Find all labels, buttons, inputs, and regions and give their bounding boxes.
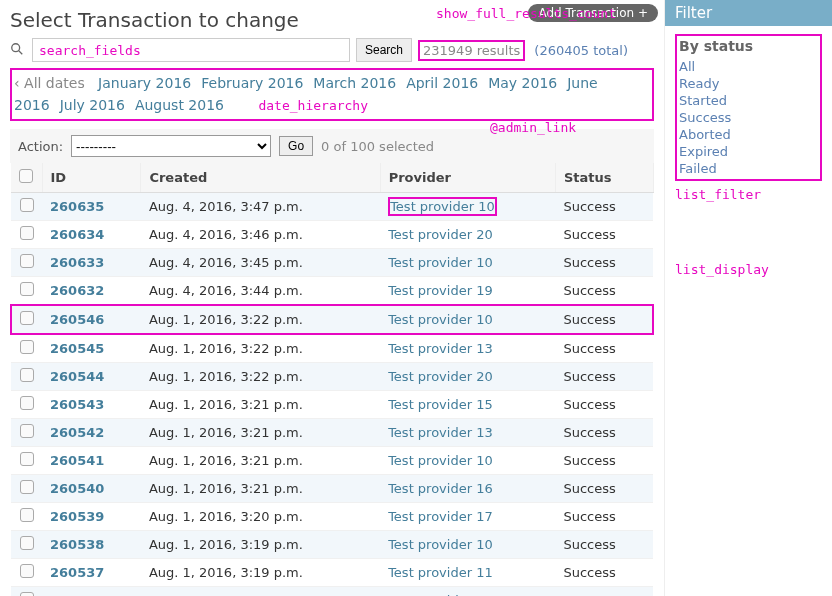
row-checkbox[interactable]	[20, 311, 34, 325]
filter-option[interactable]: Aborted	[679, 126, 818, 143]
row-provider-link[interactable]: Test provider 13	[388, 425, 493, 440]
date-back[interactable]: ‹ All dates	[14, 75, 85, 91]
row-status: Success	[555, 334, 653, 363]
table-row: 260536Aug. 1, 2016, 3:19 p.m.Test provid…	[11, 587, 653, 596]
row-provider-link[interactable]: Test provider 10	[388, 453, 493, 468]
row-provider-link[interactable]: Test provider 19	[388, 283, 493, 298]
row-created: Aug. 1, 2016, 3:21 p.m.	[141, 447, 380, 475]
row-id-link[interactable]: 260632	[50, 283, 104, 298]
row-provider-link[interactable]: Test provider 13	[388, 341, 493, 356]
results-total: (260405 total)	[531, 42, 631, 59]
row-created: Aug. 1, 2016, 3:19 p.m.	[141, 559, 380, 587]
row-id-link[interactable]: 260538	[50, 537, 104, 552]
row-id-link[interactable]: 260543	[50, 397, 104, 412]
date-month-link[interactable]: August 2016	[135, 97, 224, 113]
filter-option[interactable]: Failed	[679, 160, 818, 177]
row-checkbox[interactable]	[20, 282, 34, 296]
row-provider-link[interactable]: Test provider 17	[388, 509, 493, 524]
row-created: Aug. 4, 2016, 3:47 p.m.	[141, 193, 380, 221]
row-id-link[interactable]: 260633	[50, 255, 104, 270]
results-number: 231949 results	[423, 43, 520, 58]
row-id-link[interactable]: 260546	[50, 312, 104, 327]
filter-option[interactable]: Expired	[679, 143, 818, 160]
col-provider[interactable]: Provider	[380, 163, 555, 193]
row-created: Aug. 1, 2016, 3:22 p.m.	[141, 334, 380, 363]
date-month-link[interactable]: January 2016	[98, 75, 191, 91]
filter-option[interactable]: Ready	[679, 75, 818, 92]
row-id-link[interactable]: 260541	[50, 453, 104, 468]
row-checkbox[interactable]	[20, 508, 34, 522]
row-provider-link[interactable]: Test provider 20	[388, 227, 493, 242]
row-status: Success	[555, 531, 653, 559]
filter-option[interactable]: Success	[679, 109, 818, 126]
annotation-list-filter: list_filter	[675, 187, 822, 202]
row-id-link[interactable]: 260635	[50, 199, 104, 214]
row-created: Aug. 4, 2016, 3:46 p.m.	[141, 221, 380, 249]
col-created[interactable]: Created	[141, 163, 380, 193]
date-month-link[interactable]: February 2016	[201, 75, 303, 91]
filter-group-title: By status	[679, 38, 818, 54]
select-all-checkbox[interactable]	[19, 169, 33, 183]
table-row: 260542Aug. 1, 2016, 3:21 p.m.Test provid…	[11, 419, 653, 447]
date-month-link[interactable]: March 2016	[313, 75, 396, 91]
row-provider-link[interactable]: Test provider 10	[388, 197, 497, 216]
row-created: Aug. 1, 2016, 3:22 p.m.	[141, 305, 380, 334]
col-id[interactable]: ID	[42, 163, 141, 193]
results-total-number[interactable]: (260405 total)	[534, 43, 628, 58]
row-checkbox[interactable]	[20, 536, 34, 550]
row-provider-link[interactable]: Test provider 10	[388, 255, 493, 270]
row-status: Success	[555, 221, 653, 249]
search-icon	[10, 42, 26, 59]
row-id-link[interactable]: 260542	[50, 425, 104, 440]
row-id-link[interactable]: 260544	[50, 369, 104, 384]
table-row: 260546Aug. 1, 2016, 3:22 p.m.Test provid…	[11, 305, 653, 334]
row-provider-link[interactable]: Test provider 16	[388, 481, 493, 496]
row-id-link[interactable]: 260539	[50, 509, 104, 524]
row-created: Aug. 1, 2016, 3:21 p.m.	[141, 419, 380, 447]
row-id-link[interactable]: 260537	[50, 565, 104, 580]
row-checkbox[interactable]	[20, 424, 34, 438]
date-month-link[interactable]: July 2016	[60, 97, 125, 113]
row-status: Success	[555, 475, 653, 503]
row-provider-link[interactable]: Test provider 20	[388, 369, 493, 384]
table-row: 260539Aug. 1, 2016, 3:20 p.m.Test provid…	[11, 503, 653, 531]
row-status: Success	[555, 305, 653, 334]
table-row: 260543Aug. 1, 2016, 3:21 p.m.Test provid…	[11, 391, 653, 419]
date-month-link[interactable]: May 2016	[488, 75, 557, 91]
table-row: 260540Aug. 1, 2016, 3:21 p.m.Test provid…	[11, 475, 653, 503]
table-row: 260632Aug. 4, 2016, 3:44 p.m.Test provid…	[11, 277, 653, 306]
row-id-link[interactable]: 260634	[50, 227, 104, 242]
row-status: Success	[555, 559, 653, 587]
row-id-link[interactable]: 260540	[50, 481, 104, 496]
row-checkbox[interactable]	[20, 564, 34, 578]
row-checkbox[interactable]	[20, 198, 34, 212]
row-checkbox[interactable]	[20, 592, 34, 596]
row-checkbox[interactable]	[20, 452, 34, 466]
row-provider-link[interactable]: Test provider 10	[388, 312, 493, 327]
row-checkbox[interactable]	[20, 480, 34, 494]
row-provider-link[interactable]: Test provider 15	[388, 397, 493, 412]
row-checkbox[interactable]	[20, 226, 34, 240]
row-checkbox[interactable]	[20, 368, 34, 382]
table-row: 260634Aug. 4, 2016, 3:46 p.m.Test provid…	[11, 221, 653, 249]
row-status: Success	[555, 249, 653, 277]
actions-select[interactable]: ---------	[71, 135, 271, 157]
date-month-link[interactable]: April 2016	[406, 75, 478, 91]
search-button[interactable]	[356, 38, 412, 62]
row-provider-link[interactable]: Test provider 11	[388, 565, 493, 580]
results-count: 231949 results	[418, 40, 525, 61]
filter-option[interactable]: All	[679, 58, 818, 75]
row-id-link[interactable]: 260545	[50, 341, 104, 356]
row-provider-link[interactable]: Test provider 10	[388, 537, 493, 552]
row-checkbox[interactable]	[20, 254, 34, 268]
annotation-list-display: list_display	[675, 262, 822, 277]
row-status: Success	[555, 391, 653, 419]
row-status: Success	[555, 193, 653, 221]
row-checkbox[interactable]	[20, 396, 34, 410]
search-input[interactable]	[32, 38, 350, 62]
col-status[interactable]: Status	[555, 163, 653, 193]
row-checkbox[interactable]	[20, 340, 34, 354]
actions-go-button[interactable]: Go	[279, 136, 313, 156]
table-row: 260538Aug. 1, 2016, 3:19 p.m.Test provid…	[11, 531, 653, 559]
filter-option[interactable]: Started	[679, 92, 818, 109]
